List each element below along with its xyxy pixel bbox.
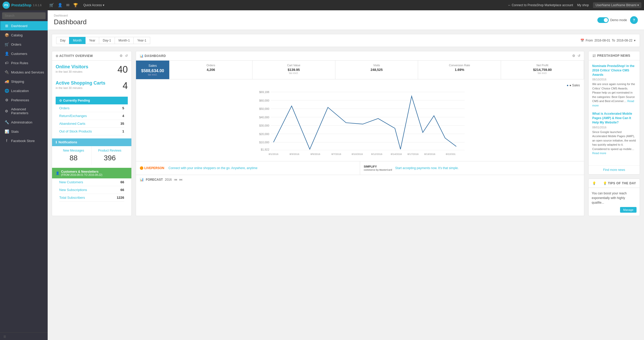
settings-icon[interactable]: ⚙ — [120, 54, 123, 58]
product-reviews-link[interactable]: Product Reviews — [94, 149, 126, 152]
sidebar-item-customers[interactable]: 👤Customers — [0, 49, 48, 58]
filter-btn-month[interactable]: Month — [69, 37, 85, 44]
manage-button[interactable]: Manage — [620, 207, 637, 213]
news-date: 08/01/2016 — [592, 126, 636, 129]
product-reviews-count: 396 — [94, 154, 126, 162]
pending-item-link[interactable]: Out of Stock Products — [59, 129, 92, 133]
chart-metric-0[interactable]: Orders4,206 — [170, 61, 252, 79]
customer-item-link[interactable]: Total Subscribers — [59, 196, 85, 200]
pending-section: ⊙ Currently Pending Orders5Return/Exchan… — [56, 97, 128, 135]
sidebar-item-label: Shipping — [11, 80, 24, 84]
news-title-link[interactable]: Nominate PrestaShop! in the 2016 Critics… — [592, 64, 634, 77]
filter-btn-day[interactable]: Day — [56, 37, 69, 44]
sidebar-menu: ⊞Dashboard📦Catalog🛒Orders👤Customers🏷Pric… — [0, 21, 48, 145]
dashboard-chart-panel: 📊 DASHBOARD ⚙ ↺ Sales $588,634 — [136, 51, 584, 216]
right-column: 📰 PRESTASHOP NEWS Nominate PrestaShop! i… — [588, 51, 640, 216]
content-body: DayMonthYearDay-1Month-1Year-1 📅 From 20… — [48, 30, 644, 340]
sidebar-item-stats[interactable]: 📊Stats — [0, 127, 48, 136]
sidebar-item-label: Modules and Services — [11, 70, 44, 74]
new-messages-link[interactable]: New Messages — [58, 149, 89, 152]
forecast-title: FORECAST — [146, 178, 163, 181]
customer-item-count: 1226 — [117, 196, 124, 200]
help-button[interactable]: ? — [630, 16, 638, 24]
search-input[interactable] — [2, 12, 46, 19]
connect-marketplace-button[interactable]: ↔ Connect to PrestaShop Marketplace acco… — [508, 3, 573, 7]
chart-metric-3[interactable]: Conversion Rate1.69% — [418, 61, 501, 79]
filter-btn-day-1[interactable]: Day-1 — [99, 37, 115, 44]
customer-item-link[interactable]: New Subscriptions — [59, 188, 87, 192]
sidebar-item-modules[interactable]: 🔌Modules and Services — [0, 68, 48, 77]
chart-metric-1[interactable]: Cart Value$139.95tax excl. — [252, 61, 335, 79]
orders-icon: 🛒 — [4, 42, 9, 46]
catalog-icon: 📦 — [4, 33, 9, 37]
new-messages-count: 88 — [58, 154, 89, 162]
my-shop-link[interactable]: My shop — [577, 3, 589, 7]
main-layout: ⊞Dashboard📦Catalog🛒Orders👤Customers🏷Pric… — [0, 10, 644, 340]
pending-item-link[interactable]: Return/Exchanges — [59, 114, 87, 118]
sidebar-item-localization[interactable]: 🌐Localization — [0, 86, 48, 95]
metric-val: 1.69% — [420, 68, 499, 72]
active-carts-block: 4 Active Shopping Carts in the last 30 m… — [56, 80, 128, 94]
forecast-year: 2016 — [165, 178, 172, 181]
sidebar-item-shipping[interactable]: 🚚Shipping — [0, 77, 48, 86]
filter-btn-month-1[interactable]: Month-1 — [115, 37, 134, 44]
sidebar-item-facebook[interactable]: fFacebook Store — [0, 136, 48, 145]
sales-chart: $69,188 $60,000 $50,000 $40,000 $30,000 … — [140, 89, 580, 156]
user-dropdown-button[interactable]: UserName LastName Bitnami ▾ — [593, 2, 641, 8]
demo-mode-switch[interactable] — [597, 17, 609, 23]
trophy-icon[interactable]: 🏆 — [73, 3, 78, 7]
top-right-area: ↔ Connect to PrestaShop Marketplace acco… — [508, 2, 641, 8]
dashboard-grid: ⊙ ACTIVITY OVERVIEW ⚙ ↺ 40 Online Visito… — [52, 51, 640, 216]
metric-name: Net Profit — [503, 64, 582, 67]
date-dropdown-icon[interactable]: ▾ — [634, 39, 635, 42]
header-left: Dashboard Dashboard — [54, 14, 87, 26]
refresh-icon[interactable]: ↺ — [125, 54, 128, 58]
sidebar-item-advanced[interactable]: ⚙Advanced Parameters — [0, 105, 48, 118]
quick-access-button[interactable]: Quick Access ▾ — [83, 3, 104, 7]
advanced-icon: ⚙ — [4, 109, 9, 113]
sidebar-collapse-icon[interactable]: ||| — [4, 335, 6, 338]
svg-text:$10,000: $10,000 — [259, 141, 269, 144]
customers-subtitle: (FROM 2016-08-01 TO 2016-08-22) — [61, 173, 102, 176]
user-icon[interactable]: 👤 — [58, 3, 63, 7]
sidebar-item-catalog[interactable]: 📦Catalog — [0, 30, 48, 40]
metric-tax: tax excl. — [503, 72, 582, 74]
cart-icon[interactable]: 🛒 — [49, 3, 54, 7]
activity-panel-title: ⊙ ACTIVITY OVERVIEW — [56, 54, 93, 58]
svg-text:8/1/2016: 8/1/2016 — [269, 153, 278, 155]
chart-settings-icon[interactable]: ⚙ — [572, 54, 575, 58]
sidebar-item-dashboard[interactable]: ⊞Dashboard — [0, 21, 48, 30]
forecast-chart-icon: 📊 — [140, 178, 144, 181]
liveperson-logo: 🟠 LIVEPERSON — [140, 166, 165, 170]
sidebar-item-preferences[interactable]: ⚙Preferences — [0, 95, 48, 105]
filter-btn-year-1[interactable]: Year-1 — [133, 37, 150, 44]
read-more-link[interactable]: Read more — [592, 99, 634, 107]
sidebar-item-administration[interactable]: 🔧Administration — [0, 118, 48, 127]
chart-metric-2[interactable]: Visits248,525 — [335, 61, 418, 79]
forecast-next[interactable]: ⏭ — [179, 178, 183, 181]
logo-area: PS PrestaShop 1.6.1.6 — [3, 2, 41, 9]
find-more-news-link[interactable]: Find more news — [589, 165, 640, 174]
notifications-title: Notifications — [58, 140, 77, 144]
notifications-section: ℹ Notifications New Messages 88 Product … — [56, 138, 128, 165]
pending-item-link[interactable]: Orders — [59, 106, 70, 110]
mail-icon[interactable]: ✉ — [66, 3, 70, 7]
sidebar-item-label: Customers — [11, 52, 27, 56]
simplify-logo: SIMPLIFYcommerce by MasterCard — [364, 165, 392, 171]
brand-name: PrestaShop — [11, 3, 31, 7]
news-title-link[interactable]: What is Accelerated Mobile Pages (AMP) &… — [592, 112, 632, 124]
online-visitors-sub: in the last 30 minutes — [56, 70, 128, 73]
filter-btn-year[interactable]: Year — [85, 37, 99, 44]
pending-list-item: Out of Stock Products1 — [59, 128, 124, 135]
customer-item-link[interactable]: New Customers — [59, 180, 83, 184]
sidebar-item-orders[interactable]: 🛒Orders — [0, 40, 48, 49]
pending-item-link[interactable]: Abandoned Carts — [59, 122, 85, 126]
sales-tab[interactable]: Sales $588,634.00 tax excl. — [136, 61, 170, 79]
read-more-link[interactable]: Read more — [592, 152, 606, 155]
chart-metric-4[interactable]: Net Profit$214,759.80tax excl. — [501, 61, 584, 79]
simplify-promo: SIMPLIFYcommerce by MasterCard Start acc… — [360, 161, 584, 175]
pending-list-item: Abandoned Carts35 — [59, 120, 124, 128]
forecast-prev[interactable]: ⏮ — [174, 178, 177, 181]
sidebar-item-price-rules[interactable]: 🏷Price Rules — [0, 58, 48, 68]
chart-refresh-icon[interactable]: ↺ — [578, 54, 581, 58]
